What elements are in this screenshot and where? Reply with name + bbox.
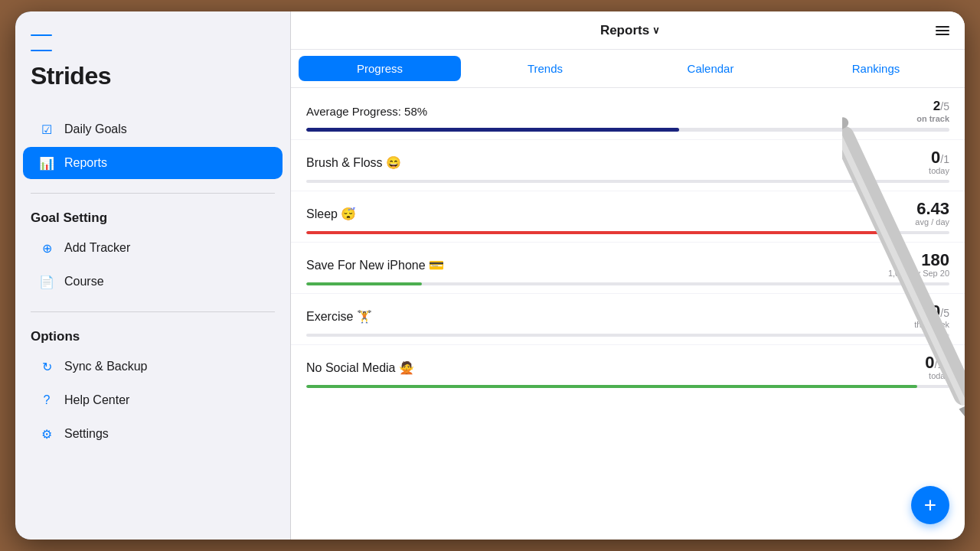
progress-content: Average Progress: 58% 2/5 on track Brush…: [291, 88, 965, 540]
goal-setting-title: Goal Setting: [15, 206, 290, 230]
avg-main-num: 2/5: [933, 99, 949, 113]
avg-progress-label: Average Progress: 58%: [306, 105, 427, 118]
tracker-name: Sleep 😴: [306, 207, 356, 221]
course-label: Course: [64, 275, 104, 289]
tracker-value-group: 6.43avg / day: [915, 201, 949, 227]
tracker-name: Save For New iPhone 💳: [306, 258, 444, 272]
tracker-row: Exercise 🏋0/5this week: [291, 293, 965, 344]
sidebar-item-daily-goals[interactable]: ☑ Daily Goals: [23, 113, 283, 145]
tracker-value-group: 1801,000 by Sep 20: [888, 252, 949, 278]
tracker-value: 6.43: [915, 201, 949, 217]
reports-label: Reports: [64, 156, 107, 170]
sidebar-item-sync[interactable]: ↻ Sync & Backup: [23, 350, 283, 383]
reports-page-title: Reports: [600, 23, 649, 38]
tracker-header: No Social Media 🙅0/10today: [306, 354, 949, 380]
tracker-value-group: 0/10today: [925, 354, 949, 380]
tab-progress[interactable]: Progress: [299, 56, 461, 81]
tracker-bar-track: [306, 385, 949, 388]
add-tracker-label: Add Tracker: [64, 241, 130, 255]
tabs-bar: Progress Trends Calendar Rankings: [291, 50, 965, 88]
sidebar-item-reports[interactable]: 📊 Reports: [23, 147, 283, 179]
menu-icon[interactable]: [936, 26, 949, 35]
tracker-header: Sleep 😴6.43avg / day: [306, 201, 949, 227]
options-section: Options ↻ Sync & Backup ? Help Center ⚙ …: [15, 318, 290, 458]
tracker-name: Brush & Floss 😄: [306, 155, 401, 170]
avg-progress-bar-track: [306, 128, 949, 132]
divider-2: [31, 311, 275, 312]
sidebar-header: Strides: [15, 27, 290, 106]
tracker-row: Sleep 😴6.43avg / day: [291, 191, 965, 242]
tracker-value: 0/10: [925, 354, 949, 371]
options-title: Options: [15, 324, 290, 349]
tracker-sub: today: [929, 166, 949, 175]
avg-progress-value: 2/5 on track: [916, 99, 949, 123]
tab-rankings[interactable]: Rankings: [795, 56, 957, 81]
goal-setting-section: Goal Setting ⊕ Add Tracker 📄 Course: [15, 200, 290, 305]
tracker-bar-track: [306, 180, 949, 183]
sidebar: Strides ☑ Daily Goals 📊 Reports Goal Set…: [15, 11, 291, 540]
main-content: Reports ∨ Progress Trends Calendar Ranki…: [291, 11, 965, 540]
tracker-value: 0/5: [914, 303, 949, 320]
divider-1: [31, 193, 275, 194]
tracker-value-group: 0/5this week: [914, 303, 949, 329]
sidebar-item-settings[interactable]: ⚙ Settings: [23, 418, 283, 450]
tracker-value-group: 0/1today: [929, 149, 949, 175]
checkmark-icon: ☑: [38, 121, 55, 138]
help-icon: ?: [38, 392, 55, 409]
tracker-bar-track: [306, 282, 949, 285]
fab-button[interactable]: +: [911, 486, 949, 524]
tracker-sub: this week: [914, 320, 949, 329]
avg-progress-row: Average Progress: 58% 2/5 on track: [291, 88, 965, 128]
tracker-value: 180: [888, 252, 949, 269]
settings-label: Settings: [64, 427, 109, 441]
sync-label: Sync & Backup: [64, 360, 148, 373]
gear-icon: ⚙: [38, 425, 55, 442]
avg-progress-bar-fill: [306, 128, 679, 132]
tracker-bar-track: [306, 334, 949, 337]
app-title: Strides: [31, 62, 275, 90]
top-bar-title: Reports ∨: [600, 23, 660, 38]
tracker-bar-fill: [306, 385, 917, 388]
avg-progress-bar-container: [291, 128, 965, 139]
tracker-name: No Social Media 🙅: [306, 360, 414, 375]
tracker-bar-fill: [306, 231, 885, 234]
tracker-row: Save For New iPhone 💳1801,000 by Sep 20: [291, 242, 965, 293]
tracker-row: No Social Media 🙅0/10today: [291, 344, 965, 396]
sidebar-item-add-tracker[interactable]: ⊕ Add Tracker: [23, 232, 283, 264]
tracker-sub: 1,000 by Sep 20: [888, 269, 949, 278]
tracker-sub: avg / day: [915, 217, 949, 227]
tracker-bar-track: [306, 231, 949, 234]
plus-circle-icon: ⊕: [38, 240, 55, 256]
tracker-value: 0/1: [929, 149, 949, 166]
tracker-header: Brush & Floss 😄0/1today: [306, 149, 949, 175]
tracker-row: Brush & Floss 😄0/1today: [291, 139, 965, 191]
hamburger-icon[interactable]: [31, 34, 52, 51]
tracker-header: Exercise 🏋0/5this week: [306, 303, 949, 329]
document-icon: 📄: [38, 273, 55, 290]
chevron-down-icon: ∨: [652, 24, 660, 36]
trackers-container: Brush & Floss 😄0/1todaySleep 😴6.43avg / …: [291, 139, 965, 396]
tracker-header: Save For New iPhone 💳1801,000 by Sep 20: [306, 252, 949, 278]
daily-goals-label: Daily Goals: [64, 122, 127, 136]
sync-icon: ↻: [38, 358, 55, 375]
tab-calendar[interactable]: Calendar: [629, 56, 792, 81]
tracker-name: Exercise 🏋: [306, 309, 372, 324]
help-label: Help Center: [64, 393, 129, 407]
sidebar-item-course[interactable]: 📄 Course: [23, 266, 283, 298]
tracker-bar-fill: [306, 282, 422, 285]
tracker-sub: today: [925, 371, 949, 380]
daily-goals-section: ☑ Daily Goals 📊 Reports: [15, 106, 290, 187]
top-bar: Reports ∨: [291, 11, 965, 50]
main-wrapper: Reports ∨ Progress Trends Calendar Ranki…: [291, 11, 965, 540]
sidebar-item-help[interactable]: ? Help Center: [23, 384, 283, 416]
bar-chart-icon: 📊: [38, 155, 55, 171]
tab-trends[interactable]: Trends: [464, 56, 626, 81]
avg-sub-text: on track: [916, 114, 949, 123]
